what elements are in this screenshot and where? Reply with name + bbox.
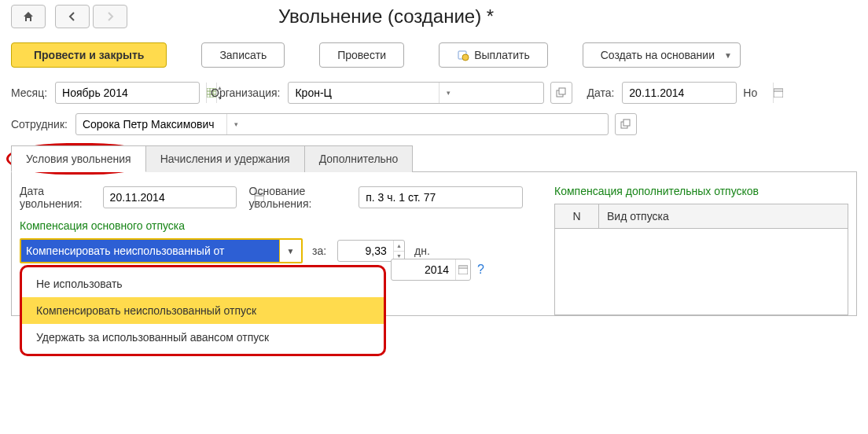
svg-rect-8 <box>559 88 565 94</box>
col-header-n: N <box>555 204 599 228</box>
create-based-label: Создать на основании <box>601 49 715 61</box>
employee-field[interactable] <box>76 114 226 134</box>
days-field[interactable] <box>338 241 393 261</box>
save-button[interactable]: Записать <box>201 42 285 68</box>
extra-comp-title: Компенсация дополнительных отпусков <box>554 185 848 197</box>
svg-rect-12 <box>623 120 630 126</box>
svg-rect-9 <box>774 89 783 97</box>
post-and-close-button[interactable]: Провести и закрыть <box>11 42 167 68</box>
month-label: Месяц: <box>11 86 47 99</box>
money-icon <box>457 49 469 61</box>
comp-type-selected: Компенсировать неиспользованный от <box>21 240 279 262</box>
org-dropdown-icon[interactable]: ▾ <box>439 83 458 103</box>
comp-option-none[interactable]: Не использовать <box>22 270 384 297</box>
extra-comp-grid-body[interactable] <box>554 229 848 315</box>
comp-type-dropdown: Не использовать Компенсировать неиспольз… <box>20 265 386 356</box>
page-title: Увольнение (создание) * <box>278 6 494 28</box>
org-field[interactable] <box>289 83 439 103</box>
dismiss-reason-field[interactable] <box>359 187 522 208</box>
dismiss-reason-label: Основание увольнения: <box>249 185 351 210</box>
comp-option-withhold[interactable]: Удержать за использованный авансом отпус… <box>22 324 384 351</box>
dismiss-date-label: Дата увольнения: <box>20 185 95 210</box>
main-comp-title: Компенсация основного отпуска <box>20 219 523 232</box>
days-unit: дн. <box>414 245 430 257</box>
employee-open-button[interactable] <box>615 113 637 135</box>
create-based-button[interactable]: Создать на основании ▼ <box>583 42 741 68</box>
chevron-down-icon: ▼ <box>724 51 732 60</box>
number-label-cut: Но <box>743 86 757 99</box>
comp-option-compensate[interactable]: Компенсировать неиспользованный отпуск <box>22 297 384 324</box>
days-spin-up[interactable]: ▲ <box>394 241 404 252</box>
extra-comp-grid-header: N Вид отпуска <box>554 204 848 229</box>
comp-type-select[interactable]: Компенсировать неиспользованный от ▼ <box>20 238 303 263</box>
org-open-button[interactable] <box>550 82 572 104</box>
tab-conditions[interactable]: Условия увольнения <box>11 145 146 172</box>
date-label: Дата: <box>587 86 614 99</box>
svg-point-1 <box>462 54 469 61</box>
employee-dropdown-icon[interactable]: ▾ <box>226 114 245 134</box>
svg-rect-15 <box>458 266 468 274</box>
tab-accruals[interactable]: Начисления и удержания <box>146 145 305 172</box>
chevron-down-icon[interactable]: ▼ <box>279 240 301 262</box>
col-header-kind: Вид отпуска <box>599 204 848 228</box>
back-button[interactable] <box>55 5 90 28</box>
month-field[interactable] <box>56 83 206 103</box>
for-label: за: <box>312 245 326 257</box>
calendar-icon[interactable] <box>773 83 783 103</box>
home-button[interactable] <box>11 5 46 28</box>
period-year-field[interactable] <box>392 259 455 280</box>
forward-button[interactable] <box>93 5 127 28</box>
employee-label: Сотрудник: <box>11 118 68 131</box>
pay-label: Выплатить <box>474 49 530 61</box>
pay-button[interactable]: Выплатить <box>439 42 548 68</box>
post-button[interactable]: Провести <box>319 42 404 68</box>
org-label: Организация: <box>211 86 280 99</box>
tab-additional[interactable]: Дополнительно <box>305 145 414 172</box>
dismiss-date-field[interactable] <box>104 187 254 208</box>
calendar-icon[interactable] <box>455 259 470 280</box>
help-icon[interactable]: ? <box>477 263 484 277</box>
